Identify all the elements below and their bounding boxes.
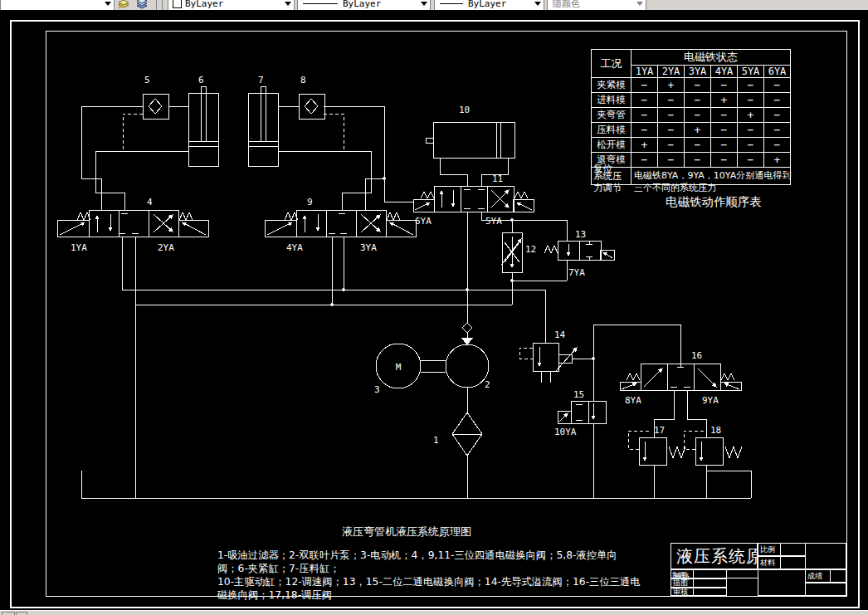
linetype-combo-value: ByLayer bbox=[343, 0, 381, 9]
label-3ya: 3YA bbox=[360, 242, 377, 253]
label-7ya: 7YA bbox=[568, 267, 585, 278]
legend-line: 1-吸油过滤器；2-双联叶片泵；3-电动机；4，9,11-三位四通电磁换向阀；5… bbox=[217, 549, 617, 563]
lineweight-combo-value: 随颜色 bbox=[553, 0, 580, 10]
electromagnet-state-table: 工况 电磁铁状态 1YA 2YA 3YA 4YA 5YA 6YA 夹紧模 − +… bbox=[591, 49, 791, 185]
chevron-down-icon[interactable] bbox=[418, 0, 429, 9]
col-header: 4YA bbox=[711, 66, 738, 78]
label-15: 15 bbox=[573, 389, 584, 400]
color-combo[interactable]: ByLayer bbox=[168, 0, 295, 10]
directional-valve-4 bbox=[57, 210, 208, 498]
label-10ya: 10YA bbox=[554, 427, 577, 437]
note-text-line2: 三个不同的系统压力 bbox=[634, 182, 716, 194]
status-strip bbox=[0, 610, 868, 615]
note-text-line1: 电磁铁8YA，9YA，10YA分别通电得到 bbox=[634, 169, 791, 182]
linetype-sample-icon bbox=[303, 3, 338, 4]
scale-label: 比例 bbox=[758, 543, 781, 556]
label-7: 7 bbox=[258, 75, 264, 85]
directional-valve-9 bbox=[265, 210, 416, 305]
chevron-down-icon[interactable] bbox=[532, 0, 543, 9]
check-label: 审核 bbox=[671, 588, 694, 596]
label-6ya: 6YA bbox=[415, 216, 432, 227]
label-3: 3 bbox=[374, 384, 380, 395]
pressure-regulator-17 bbox=[628, 431, 685, 498]
press-cylinder-7 bbox=[248, 86, 371, 210]
chevron-down-icon[interactable] bbox=[282, 0, 293, 9]
label-4: 4 bbox=[147, 197, 153, 207]
linetype2-combo[interactable]: ByLayer bbox=[434, 0, 544, 10]
titleblock-title: 液压系统原 bbox=[671, 543, 758, 569]
titleblock-cell bbox=[805, 583, 846, 596]
label-4ya: 4YA bbox=[286, 242, 303, 253]
motor-m-label: M bbox=[396, 362, 402, 373]
layer-previous-icon[interactable] bbox=[135, 0, 149, 10]
color-swatch-icon bbox=[173, 0, 182, 8]
application-window: { "toolbar": { "layer_combo_tooltip": "l… bbox=[0, 0, 868, 615]
col-header: 1YA bbox=[631, 66, 658, 78]
status-cell bbox=[2, 612, 15, 615]
linetype-combo[interactable]: ByLayer bbox=[297, 0, 431, 10]
table-row: 进料模 − − − + − − bbox=[592, 93, 791, 108]
bypass-valve-13 bbox=[544, 220, 614, 260]
table-row: 退弯模 − − − − − + bbox=[592, 153, 791, 168]
color-combo-value: ByLayer bbox=[185, 0, 223, 9]
chevron-down-icon[interactable] bbox=[102, 0, 113, 9]
pressure-valve-16 bbox=[593, 325, 741, 437]
label-14: 14 bbox=[554, 329, 566, 340]
table-row: 夹紧模 − + − − − − bbox=[592, 78, 791, 93]
table-title: 电磁铁状态 bbox=[631, 50, 791, 66]
grade-value bbox=[830, 569, 846, 583]
pressure-regulator-18 bbox=[684, 431, 751, 498]
suction-filter-1 bbox=[452, 388, 482, 498]
label-16: 16 bbox=[691, 350, 702, 361]
note-row-label: 系统压 bbox=[593, 170, 622, 183]
col-header: 2YA bbox=[658, 66, 685, 78]
label-6: 6 bbox=[198, 75, 204, 85]
linetype-sample-icon bbox=[440, 3, 463, 4]
material-value bbox=[780, 556, 806, 569]
table-row: 夹弯管 − − − − + − bbox=[592, 108, 791, 123]
titleblock-cell bbox=[805, 543, 846, 569]
toolbar-separator bbox=[156, 0, 157, 10]
properties-toolbar: ByLayer ByLayer ByLayer 随颜色 bbox=[0, 0, 868, 10]
clamp-cylinder-6 bbox=[95, 86, 218, 210]
lineweight-combo[interactable]: 随颜色 bbox=[547, 0, 646, 10]
make-layer-current-icon[interactable] bbox=[117, 0, 131, 10]
legend-line: 阀；6-夹紧缸；7-压料缸； bbox=[217, 562, 340, 576]
status-cell bbox=[16, 612, 27, 615]
label-5ya: 5YA bbox=[485, 216, 502, 227]
title-block: 液压系统原 比例 材料 制图 班级 描图 审核 成绩 bbox=[671, 543, 846, 596]
table-caption: 电磁铁动作顺序表 bbox=[631, 194, 797, 210]
label-1: 1 bbox=[433, 435, 439, 446]
titleblock-cell bbox=[693, 569, 727, 578]
legend-line: 10-主驱动缸；12-调速阀；13，15-二位二通电磁换向阀；14-先导式溢流阀… bbox=[217, 575, 641, 589]
titleblock-cell bbox=[758, 569, 806, 596]
col-header: 5YA bbox=[738, 66, 764, 78]
col-header: 6YA bbox=[764, 66, 791, 78]
table-row: 松开模 + − − − − − bbox=[592, 138, 791, 153]
label-8ya: 8YA bbox=[625, 395, 641, 406]
label-9ya: 9YA bbox=[702, 395, 719, 406]
vane-pump-2 bbox=[446, 212, 489, 388]
label-13: 13 bbox=[575, 229, 586, 240]
label-9: 9 bbox=[307, 197, 313, 207]
label-8: 8 bbox=[300, 75, 306, 85]
label-1ya: 1YA bbox=[71, 242, 87, 253]
col-header: 3YA bbox=[685, 66, 711, 78]
speed-control-valve-12 bbox=[501, 220, 567, 305]
titleblock-cell bbox=[693, 588, 727, 596]
legend-line: 磁换向阀；17,18-调压阀 bbox=[217, 588, 332, 603]
label-10: 10 bbox=[459, 105, 470, 115]
toolbar-separator bbox=[162, 0, 163, 10]
label-12: 12 bbox=[525, 244, 536, 255]
table-row: 压料模 − − + − − − bbox=[592, 123, 791, 138]
material-label: 材料 bbox=[758, 556, 781, 569]
label-18: 18 bbox=[710, 425, 721, 436]
unloading-valve-15 bbox=[558, 325, 606, 498]
diagram-title: 液压弯管机液压系统原理图 bbox=[311, 525, 502, 539]
label-5: 5 bbox=[144, 75, 150, 85]
layer-combo[interactable] bbox=[0, 0, 115, 10]
titleblock-cell bbox=[693, 578, 727, 588]
titleblock-cell bbox=[726, 569, 758, 578]
table-note-row: 复位 系统压 力调节 电磁铁8YA，9YA，10YA分别通电得到 三个不同的系统… bbox=[592, 168, 791, 185]
table-corner-label: 工况 bbox=[592, 50, 631, 78]
